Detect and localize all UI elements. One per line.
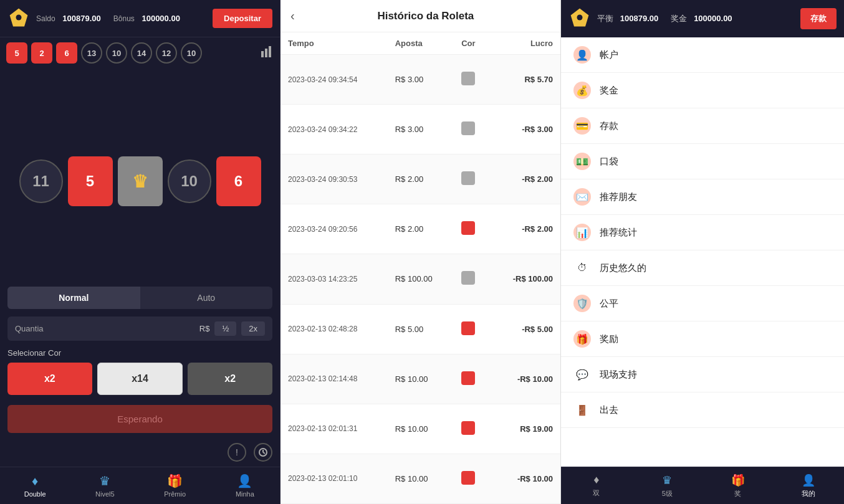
color-btn-white[interactable]: x14: [97, 363, 183, 395]
cell-lucro: -R$ 10.00: [491, 454, 560, 503]
menu-item-fair[interactable]: 🛡️ 公平: [561, 286, 844, 321]
right-nav-my-label: 我的: [802, 489, 815, 498]
menu-label-exit: 出去: [600, 404, 618, 416]
history-icon: ⏱: [573, 259, 591, 277]
deposit-button[interactable]: Depositar: [213, 9, 272, 28]
balance-label: Saldo: [36, 14, 55, 23]
right-nav-nivel5-label: 5级: [662, 489, 673, 498]
info-icon[interactable]: !: [228, 443, 246, 462]
menu-item-wallet[interactable]: 💵 口袋: [561, 144, 844, 179]
cell-lucro: R$ 19.00: [491, 404, 560, 454]
right-my-icon: 👤: [802, 473, 815, 487]
right-nivel5-icon: ♛: [662, 473, 672, 487]
svg-line-7: [263, 452, 265, 454]
history-title: Histórico da Roleta: [301, 10, 550, 22]
menu-item-bonus[interactable]: 💰 奖金: [561, 73, 844, 108]
cell-aposta: R$ 10.00: [388, 454, 454, 503]
bonus-info: Bônus 100000.00: [113, 14, 180, 23]
right-nav-my[interactable]: 👤 我的: [774, 467, 845, 504]
back-button[interactable]: ‹: [290, 9, 295, 23]
history-clock-icon[interactable]: [254, 443, 272, 462]
menu-item-support[interactable]: 💬 现场支持: [561, 357, 844, 392]
color-btn-gray[interactable]: x2: [188, 363, 272, 395]
right-balance-label: 平衡: [597, 14, 613, 23]
right-nav-double[interactable]: ♦ 双: [561, 467, 632, 504]
right-crown-logo: [568, 6, 591, 31]
quantity-double-button[interactable]: 2x: [241, 321, 265, 336]
bonus-bag-icon: 💰: [573, 82, 591, 99]
menu-item-exit[interactable]: 🚪 出去: [561, 392, 844, 428]
cell-lucro: R$ 5.70: [491, 55, 560, 105]
nav-double[interactable]: ♦ Double: [0, 467, 70, 504]
cell-tempo: 2023-03-03 14:23:25: [281, 254, 388, 304]
refer-icon: ✉️: [573, 188, 591, 206]
waiting-button[interactable]: Esperando: [7, 405, 272, 433]
quantity-label: Quantia: [15, 324, 194, 333]
svg-rect-4: [269, 46, 271, 57]
cell-lucro: -R$ 3.00: [491, 105, 560, 155]
table-row: 2023-03-24 09:34:22R$ 3.00-R$ 3.00: [281, 105, 560, 155]
cell-lucro: -R$ 100.00: [491, 254, 560, 304]
tab-normal[interactable]: Normal: [7, 287, 140, 309]
color-buttons: x2 x14 x2: [7, 363, 272, 395]
menu-label-wallet: 口袋: [600, 156, 618, 168]
nav-premio[interactable]: 🎁 Prêmio: [140, 467, 210, 504]
table-row: 2023-03-03 14:23:25R$ 100.00-R$ 100.00: [281, 254, 560, 304]
table-row: 2023-02-13 02:14:48R$ 10.00-R$ 10.00: [281, 354, 560, 404]
cell-lucro: -R$ 2.00: [491, 204, 560, 254]
nav-minha[interactable]: 👤 Minha: [210, 467, 280, 504]
col-lucro: Lucro: [491, 32, 560, 55]
menu-label-refer: 推荐朋友: [600, 191, 637, 203]
menu-item-refer[interactable]: ✉️ 推荐朋友: [561, 179, 844, 215]
menu-item-history[interactable]: ⏱ 历史悠久的: [561, 250, 844, 286]
svg-rect-2: [261, 51, 264, 57]
color-section: Selecionar Cor x2 x14 x2: [7, 348, 272, 395]
num-badge-2: 6: [56, 42, 77, 64]
svg-point-9: [577, 15, 583, 21]
reward-icon: 🎁: [573, 330, 591, 348]
menu-label-support: 现场支持: [600, 369, 637, 381]
cell-cor: [454, 354, 491, 404]
tab-auto[interactable]: Auto: [140, 287, 273, 309]
col-tempo: Tempo: [281, 32, 388, 55]
balance-value: 100879.00: [62, 14, 100, 23]
color-btn-red[interactable]: x2: [7, 363, 92, 395]
wallet-icon: 💵: [573, 153, 591, 170]
balance-info: Saldo 100879.00: [36, 14, 101, 23]
table-row: 2023-03-24 09:20:56R$ 2.00-R$ 2.00: [281, 204, 560, 254]
menu-item-account[interactable]: 👤 帐户: [561, 37, 844, 73]
cell-aposta: R$ 3.00: [388, 105, 454, 155]
left-bottom-nav: ♦ Double ♛ Nivel5 🎁 Prêmio 👤 Minha: [0, 467, 280, 504]
num-badge-6: 12: [156, 42, 177, 64]
history-table: Tempo Aposta Cor Lucro 2023-03-24 09:34:…: [281, 32, 560, 504]
roulette-card-3: 10: [168, 159, 211, 203]
cell-cor: [454, 404, 491, 454]
table-row: 2023-03-24 09:34:54R$ 3.00R$ 5.70: [281, 55, 560, 105]
support-icon: 💬: [573, 366, 591, 383]
cell-cor: [454, 304, 491, 354]
table-row: 2023-03-24 09:30:53R$ 2.00-R$ 2.00: [281, 155, 560, 204]
nav-nivel5[interactable]: ♛ Nivel5: [70, 467, 140, 504]
menu-item-reward[interactable]: 🎁 奖励: [561, 321, 844, 357]
nav-premio-label: Prêmio: [164, 490, 186, 498]
menu-item-stats[interactable]: 📊 推荐统计: [561, 215, 844, 250]
right-nav-nivel5[interactable]: ♛ 5级: [632, 467, 703, 504]
right-panel: 平衡 100879.00 奖金 100000.00 存款 👤 帐户 💰 奖金 💳…: [561, 0, 844, 504]
cell-tempo: 2023-03-24 09:30:53: [281, 155, 388, 204]
cell-tempo: 2023-02-13 02:14:48: [281, 354, 388, 404]
cell-cor: [454, 155, 491, 204]
table-row: 2023-02-13 02:01:31R$ 10.00R$ 19.00: [281, 404, 560, 454]
deposit-card-icon: 💳: [573, 117, 591, 135]
cell-aposta: R$ 2.00: [388, 204, 454, 254]
right-nav-reward-label: 奖: [734, 489, 741, 498]
right-deposit-button[interactable]: 存款: [800, 8, 837, 29]
right-nav-reward[interactable]: 🎁 奖: [703, 467, 774, 504]
cell-lucro: -R$ 5.00: [491, 304, 560, 354]
bottom-icons: !: [0, 438, 280, 467]
chart-icon[interactable]: [261, 46, 274, 60]
quantity-half-button[interactable]: ½: [214, 321, 236, 336]
menu-item-deposit[interactable]: 💳 存款: [561, 108, 844, 144]
cell-aposta: R$ 10.00: [388, 404, 454, 454]
stats-icon: 📊: [573, 224, 591, 241]
cell-tempo: 2023-03-24 09:34:54: [281, 55, 388, 105]
